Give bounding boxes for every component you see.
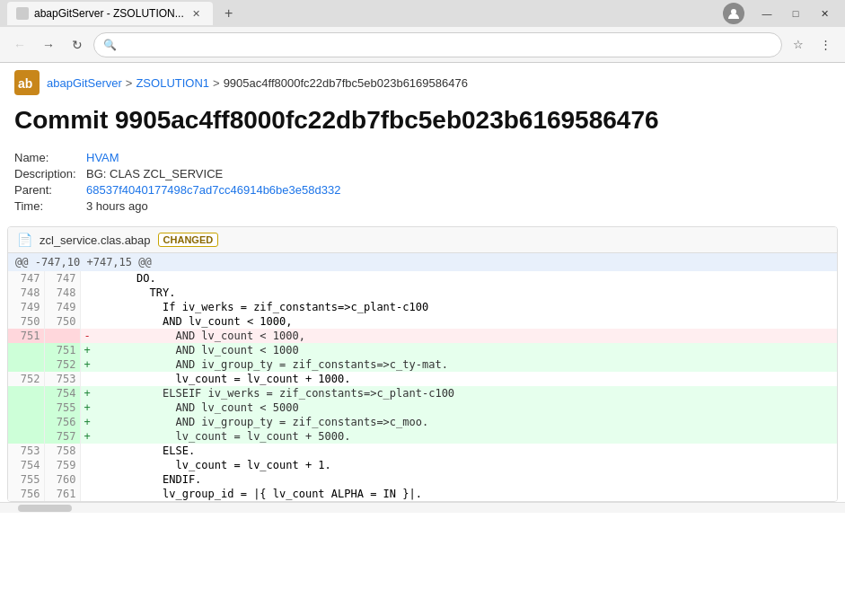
name-value: HVAM bbox=[86, 151, 119, 164]
line-num-old: 749 bbox=[8, 300, 44, 314]
line-num-new: 753 bbox=[44, 372, 80, 386]
line-num-old bbox=[8, 429, 44, 444]
description-row: Description: BG: CLAS ZCL_SERVICE bbox=[14, 167, 831, 180]
scrollbar-thumb[interactable] bbox=[18, 505, 72, 512]
profile-icon[interactable] bbox=[723, 3, 744, 24]
line-code: lv_group_id = |{ lv_count ALPHA = IN }|. bbox=[94, 487, 837, 501]
address-bar[interactable]: 🔍 bbox=[93, 32, 782, 57]
table-row: 751 + AND lv_count < 1000 bbox=[8, 343, 837, 357]
breadcrumb-zsolution1[interactable]: ZSOLUTION1 bbox=[136, 76, 209, 90]
line-sign bbox=[80, 458, 94, 472]
line-num-old: 756 bbox=[8, 487, 44, 501]
breadcrumb-sep-2: > bbox=[213, 76, 220, 90]
parent-value: 68537f4040177498c7ad7cc46914b6be3e58d332 bbox=[86, 183, 340, 197]
line-num-new: 754 bbox=[44, 386, 80, 400]
time-label: Time: bbox=[14, 199, 86, 213]
time-value: 3 hours ago bbox=[86, 199, 148, 213]
line-sign bbox=[80, 271, 94, 286]
line-code: TRY. bbox=[94, 286, 837, 300]
breadcrumb-commit-hash: 9905ac4ff8000fc22db7fbc5eb023b6169586476 bbox=[224, 76, 468, 90]
table-row: 752 + AND iv_group_ty = zif_constants=>c… bbox=[8, 357, 837, 372]
line-num-old: 750 bbox=[8, 314, 44, 329]
table-row: 753 758 ELSE. bbox=[8, 444, 837, 458]
line-sign bbox=[80, 472, 94, 487]
tab-favicon bbox=[16, 7, 29, 20]
line-sign bbox=[80, 487, 94, 501]
table-row: 750 750 AND lv_count < 1000, bbox=[8, 314, 837, 329]
line-num-new: 751 bbox=[44, 343, 80, 357]
browser-tab[interactable]: abapGitServer - ZSOLUTION... ✕ bbox=[7, 2, 213, 25]
line-num-new bbox=[44, 329, 80, 343]
diff-filename: zcl_service.clas.abap bbox=[40, 233, 151, 247]
line-code: ENDIF. bbox=[94, 472, 837, 487]
line-code: AND lv_count < 1000, bbox=[94, 314, 837, 329]
minimize-button[interactable]: — bbox=[753, 4, 780, 22]
tab-title: abapGitServer - ZSOLUTION... bbox=[34, 7, 184, 20]
line-num-old: 753 bbox=[8, 444, 44, 458]
address-input[interactable] bbox=[122, 38, 772, 51]
breadcrumb-abapgitserver[interactable]: abapGitServer bbox=[47, 76, 122, 90]
diff-range-header: @@ -747,10 +747,15 @@ bbox=[8, 253, 837, 271]
line-code: AND lv_count < 1000, bbox=[94, 329, 837, 343]
back-button[interactable]: ← bbox=[7, 32, 32, 57]
line-code: AND iv_group_ty = zif_constants=>c_moo. bbox=[94, 415, 837, 429]
line-sign bbox=[80, 444, 94, 458]
line-num-new: 747 bbox=[44, 271, 80, 286]
diff-header: 📄 zcl_service.clas.abap CHANGED bbox=[8, 227, 837, 253]
line-num-old bbox=[8, 357, 44, 372]
line-code: AND lv_count < 1000 bbox=[94, 343, 837, 357]
line-num-old bbox=[8, 415, 44, 429]
table-row: 755 + AND lv_count < 5000 bbox=[8, 400, 837, 415]
line-num-new: 760 bbox=[44, 472, 80, 487]
line-num-old bbox=[8, 343, 44, 357]
tab-close-button[interactable]: ✕ bbox=[189, 6, 204, 21]
table-row: 757 + lv_count = lv_count + 5000. bbox=[8, 429, 837, 444]
line-num-new: 756 bbox=[44, 415, 80, 429]
line-sign: - bbox=[80, 329, 94, 343]
menu-icon[interactable]: ⋮ bbox=[813, 32, 838, 57]
line-num-new: 749 bbox=[44, 300, 80, 314]
table-row: 751 - AND lv_count < 1000, bbox=[8, 329, 837, 343]
search-icon: 🔍 bbox=[103, 39, 117, 51]
table-row: 754 759 lv_count = lv_count + 1. bbox=[8, 458, 837, 472]
line-sign: + bbox=[80, 386, 94, 400]
line-num-new: 757 bbox=[44, 429, 80, 444]
forward-button[interactable]: → bbox=[36, 32, 61, 57]
parent-label: Parent: bbox=[14, 183, 86, 197]
table-row: 748 748 TRY. bbox=[8, 286, 837, 300]
line-num-new: 759 bbox=[44, 458, 80, 472]
line-code: lv_count = lv_count + 1. bbox=[94, 458, 837, 472]
parent-hash-link[interactable]: 68537f4040177498c7ad7cc46914b6be3e58d332 bbox=[86, 183, 340, 197]
file-icon: 📄 bbox=[17, 233, 32, 247]
line-num-new: 752 bbox=[44, 357, 80, 372]
maximize-button[interactable]: □ bbox=[782, 4, 809, 22]
line-num-old: 754 bbox=[8, 458, 44, 472]
title-bar: abapGitServer - ZSOLUTION... ✕ + — □ ✕ bbox=[0, 0, 845, 27]
diff-table: 747 747 DO. 748 748 TRY. 749 749 If iv_w… bbox=[8, 271, 837, 501]
diff-container: 📄 zcl_service.clas.abap CHANGED @@ -747,… bbox=[7, 226, 838, 502]
line-num-old: 752 bbox=[8, 372, 44, 386]
description-value: BG: CLAS ZCL_SERVICE bbox=[86, 167, 223, 180]
line-code: ELSEIF iv_werks = zif_constants=>c_plant… bbox=[94, 386, 837, 400]
line-code: AND iv_group_ty = zif_constants=>c_ty-ma… bbox=[94, 357, 837, 372]
line-num-old: 755 bbox=[8, 472, 44, 487]
line-num-old: 748 bbox=[8, 286, 44, 300]
name-row: Name: HVAM bbox=[14, 151, 831, 164]
line-code: lv_count = lv_count + 5000. bbox=[94, 429, 837, 444]
time-row: Time: 3 hours ago bbox=[14, 199, 831, 213]
close-button[interactable]: ✕ bbox=[811, 4, 838, 22]
line-num-new: 755 bbox=[44, 400, 80, 415]
commit-title: Commit 9905ac4ff8000fc22db7fbc5eb023b616… bbox=[14, 106, 831, 135]
line-sign: + bbox=[80, 429, 94, 444]
line-sign: + bbox=[80, 400, 94, 415]
table-row: 755 760 ENDIF. bbox=[8, 472, 837, 487]
breadcrumb-sep-1: > bbox=[126, 76, 133, 90]
line-num-old: 747 bbox=[8, 271, 44, 286]
table-row: 747 747 DO. bbox=[8, 271, 837, 286]
horizontal-scrollbar[interactable] bbox=[0, 502, 845, 513]
reload-button[interactable]: ↻ bbox=[65, 32, 90, 57]
new-tab-button[interactable]: + bbox=[216, 1, 242, 26]
line-sign: + bbox=[80, 343, 94, 357]
line-code: lv_count = lv_count + 1000. bbox=[94, 372, 837, 386]
bookmark-icon[interactable]: ☆ bbox=[786, 32, 811, 57]
